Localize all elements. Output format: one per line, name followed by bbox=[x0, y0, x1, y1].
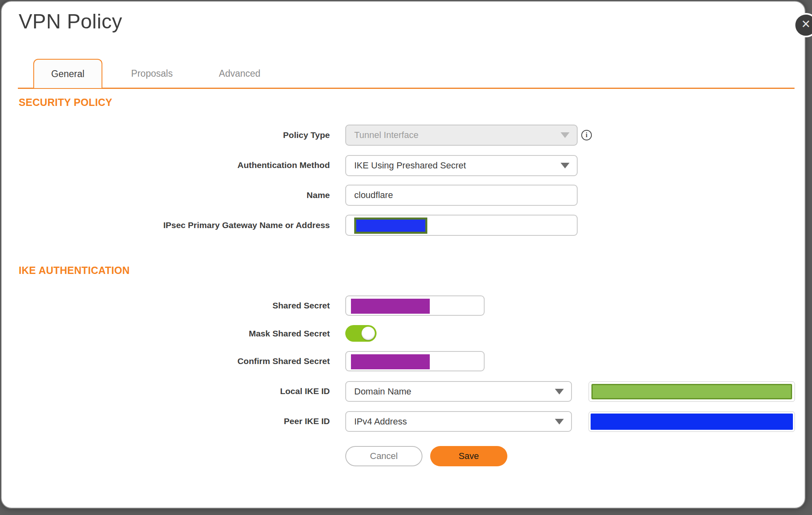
name-label: Name bbox=[123, 190, 330, 200]
peer-ike-id-label: Peer IKE ID bbox=[123, 416, 330, 426]
authentication-method-label: Authentication Method bbox=[123, 160, 330, 170]
policy-type-value: Tunnel Interface bbox=[354, 130, 418, 140]
cancel-button-label: Cancel bbox=[370, 451, 398, 461]
peer-ike-id-select[interactable]: IPv4 Address bbox=[345, 411, 572, 432]
local-ike-id-value-field[interactable] bbox=[589, 381, 795, 402]
authentication-method-select[interactable]: IKE Using Preshared Secret bbox=[345, 155, 578, 176]
mask-shared-secret-toggle[interactable] bbox=[345, 325, 377, 342]
gateway-label: IPsec Primary Gateway Name or Address bbox=[123, 220, 330, 230]
page-title: VPN Policy bbox=[19, 10, 122, 33]
section-header-ike-authentication: IKE AUTHENTICATION bbox=[19, 265, 130, 276]
name-value: cloudflare bbox=[354, 190, 393, 200]
tab-proposals[interactable]: Proposals bbox=[123, 59, 180, 88]
local-ike-id-label: Local IKE ID bbox=[123, 386, 330, 396]
tab-general[interactable]: General bbox=[33, 59, 102, 88]
confirm-shared-secret-field[interactable] bbox=[345, 351, 485, 371]
info-icon[interactable]: i bbox=[581, 130, 592, 140]
tab-advanced-label: Advanced bbox=[219, 68, 260, 79]
chevron-down-icon bbox=[555, 419, 564, 424]
shared-secret-field[interactable] bbox=[345, 295, 485, 316]
policy-type-select: Tunnel Interface bbox=[345, 125, 578, 146]
toggle-knob bbox=[362, 327, 375, 340]
vpn-policy-dialog: VPN Policy General Proposals Advanced SE… bbox=[1, 1, 806, 509]
shared-secret-label: Shared Secret bbox=[123, 301, 330, 310]
save-button-label: Save bbox=[459, 451, 479, 461]
policy-type-label: Policy Type bbox=[123, 130, 330, 140]
peer-ike-id-value-field[interactable] bbox=[589, 412, 795, 432]
chevron-down-icon bbox=[561, 163, 569, 168]
tab-advanced[interactable]: Advanced bbox=[211, 59, 268, 88]
tab-general-label: General bbox=[51, 69, 84, 80]
confirm-shared-secret-label: Confirm Shared Secret bbox=[123, 356, 330, 366]
tab-proposals-label: Proposals bbox=[131, 68, 173, 79]
chevron-down-icon bbox=[561, 132, 569, 138]
save-button[interactable]: Save bbox=[430, 446, 507, 466]
mask-shared-secret-label: Mask Shared Secret bbox=[123, 329, 330, 338]
name-field[interactable]: cloudflare bbox=[345, 185, 578, 206]
peer-ike-id-redacted-value bbox=[591, 414, 793, 430]
section-header-security-policy: SECURITY POLICY bbox=[19, 97, 112, 108]
gateway-redacted-value bbox=[354, 218, 427, 234]
local-ike-id-type-value: Domain Name bbox=[354, 386, 411, 397]
local-ike-id-redacted-value bbox=[591, 384, 792, 399]
peer-ike-id-type-value: IPv4 Address bbox=[354, 416, 407, 427]
confirm-shared-secret-redacted-value bbox=[351, 354, 430, 369]
gateway-field[interactable] bbox=[345, 215, 578, 236]
shared-secret-redacted-value bbox=[351, 299, 430, 314]
chevron-down-icon bbox=[555, 389, 564, 394]
authentication-method-value: IKE Using Preshared Secret bbox=[354, 160, 466, 171]
cancel-button[interactable]: Cancel bbox=[345, 446, 422, 466]
local-ike-id-select[interactable]: Domain Name bbox=[345, 381, 572, 402]
